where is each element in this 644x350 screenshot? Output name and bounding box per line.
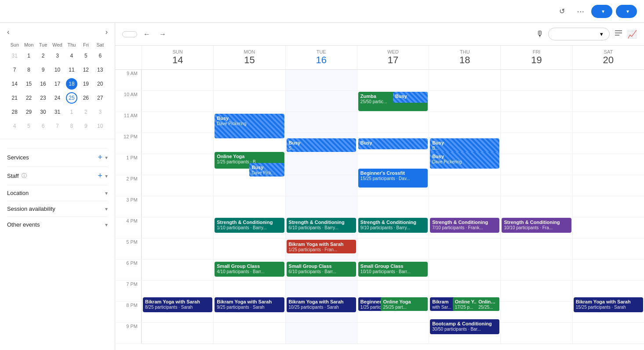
calendar-event[interactable]: Small Group Class4/10 participants · Bar… bbox=[215, 262, 284, 277]
mini-cal-day[interactable]: 3 bbox=[94, 105, 107, 119]
mini-cal-day[interactable]: 18 bbox=[65, 77, 78, 90]
calendar-event[interactable]: Busy bbox=[393, 92, 428, 103]
day-hour-slot bbox=[142, 238, 213, 260]
mini-cal-day[interactable]: 5 bbox=[22, 119, 35, 133]
calendar-event[interactable]: Online Yoga25/25... bbox=[476, 297, 499, 311]
mini-cal-day[interactable]: 4 bbox=[8, 119, 21, 133]
mini-cal-day[interactable]: 30 bbox=[36, 105, 50, 119]
mini-cal-day[interactable]: 25 bbox=[65, 91, 78, 105]
mini-cal-day[interactable]: 10 bbox=[51, 63, 64, 76]
toolbar-left: ← → bbox=[122, 29, 172, 40]
calendar-event[interactable]: BusyDave Pick... bbox=[249, 163, 284, 177]
next-week-button[interactable]: → bbox=[156, 29, 169, 40]
calendar-event[interactable]: Bootcamp & Conditioning30/50 participant… bbox=[430, 319, 499, 334]
filter-session-availability[interactable]: Session availability ▾ bbox=[7, 201, 108, 216]
mini-cal-day[interactable]: 3 bbox=[51, 49, 64, 62]
chart-icon[interactable]: 📈 bbox=[627, 29, 637, 39]
mini-cal-day[interactable]: 1 bbox=[22, 49, 35, 62]
calendar-event[interactable]: Strength & Conditioning10/10 participant… bbox=[502, 218, 571, 233]
filter-services[interactable]: Services + ▾ bbox=[7, 148, 108, 166]
calendar-header-sun-14: Sun14 bbox=[142, 46, 213, 69]
calendar-event[interactable]: Bikram Yoga with Sarah9/25 participants … bbox=[215, 297, 284, 312]
filter-staff-plus-icon[interactable]: + bbox=[98, 171, 102, 180]
mini-cal-day[interactable]: 11 bbox=[65, 63, 78, 76]
calendar-event[interactable]: Small Group Class6/10 participants · Bar… bbox=[287, 262, 356, 277]
mini-cal-day[interactable]: 13 bbox=[94, 63, 107, 76]
calendar-event[interactable]: BusyDave Pickering bbox=[215, 114, 284, 138]
mini-cal-day[interactable]: 16 bbox=[36, 77, 50, 90]
calendar-event[interactable]: Bikram Yoga with Sarah1/25 participants … bbox=[287, 240, 356, 253]
calendar-event[interactable]: Strength & Conditioning7/10 participants… bbox=[430, 218, 499, 233]
mini-cal-day[interactable]: 10 bbox=[94, 119, 107, 133]
mini-cal-day[interactable]: 2 bbox=[36, 49, 50, 62]
mini-cal-day[interactable]: 5 bbox=[79, 49, 92, 62]
day-hour-slot bbox=[142, 175, 213, 196]
mini-cal-day[interactable]: 23 bbox=[36, 91, 50, 105]
calendar-event[interactable]: Strength & Conditioning9/10 participants… bbox=[358, 218, 428, 233]
microphone-icon[interactable]: 🎙 bbox=[536, 29, 544, 39]
mini-cal-day[interactable]: 28 bbox=[8, 105, 21, 119]
prev-week-button[interactable]: ← bbox=[141, 29, 153, 40]
view-select[interactable]: ▾ bbox=[548, 28, 610, 40]
day-column-tue: BusyS...Strength & Conditioning6/10 part… bbox=[285, 70, 357, 344]
manage-button[interactable]: ▾ bbox=[591, 5, 612, 18]
prev-month-button[interactable]: ‹ bbox=[7, 28, 9, 36]
calendar-toolbar: ← → 🎙 ▾ 📈 bbox=[115, 23, 644, 46]
calendar-event[interactable]: Bikram Yoga with Sarah10/25 participants… bbox=[287, 297, 356, 312]
mini-cal-day[interactable]: 19 bbox=[79, 77, 92, 90]
filter-other-events[interactable]: Other events ▾ bbox=[7, 216, 108, 232]
mini-cal-day[interactable]: 9 bbox=[79, 119, 92, 133]
filter-services-plus-icon[interactable]: + bbox=[98, 153, 102, 162]
mini-cal-day[interactable]: 20 bbox=[94, 77, 107, 90]
calendar-event[interactable]: Online Yoga25/25 part... bbox=[381, 297, 428, 311]
mini-cal-day[interactable]: 1 bbox=[65, 105, 78, 119]
today-button[interactable] bbox=[122, 31, 137, 37]
mini-cal-day[interactable]: 4 bbox=[65, 49, 78, 62]
next-month-button[interactable]: › bbox=[106, 28, 108, 36]
mini-cal-day[interactable]: 6 bbox=[36, 119, 50, 133]
day-hour-slot bbox=[214, 175, 285, 196]
calendar-event[interactable]: Beginner's Crossfit15/25 participants · … bbox=[358, 169, 428, 188]
event-subtitle: 10/10 participants · Fra... bbox=[504, 225, 569, 230]
mini-cal-day[interactable]: 15 bbox=[22, 77, 35, 90]
calendar-event[interactable]: Busy bbox=[358, 138, 428, 149]
mini-cal-day[interactable]: 2 bbox=[79, 105, 92, 119]
mini-cal-day[interactable]: 22 bbox=[22, 91, 35, 105]
mini-cal-day[interactable]: 14 bbox=[8, 77, 21, 90]
event-subtitle: 25/25... bbox=[478, 305, 497, 310]
refresh-button[interactable]: ↺ bbox=[554, 4, 570, 19]
filter-lines-icon[interactable] bbox=[614, 29, 623, 40]
calendar-event[interactable]: Bikram Yoga with Sarah8/25 participants … bbox=[143, 297, 212, 312]
event-title: Online Yoga bbox=[383, 299, 426, 305]
mini-cal-day[interactable]: 17 bbox=[51, 77, 64, 90]
mini-cal-day[interactable]: 31 bbox=[51, 105, 64, 119]
calendar-event[interactable]: Strength & Conditioning1/10 participants… bbox=[215, 218, 284, 233]
mini-cal-day[interactable]: 7 bbox=[51, 119, 64, 133]
event-title: Online Yoga bbox=[478, 299, 497, 305]
calendar-event[interactable]: Bikram Yoga with Sarah15/25 participants… bbox=[574, 297, 643, 312]
mini-cal-day[interactable]: 27 bbox=[94, 91, 107, 105]
mini-cal-day[interactable]: 9 bbox=[36, 63, 50, 76]
filter-staff[interactable]: Staff ⓘ + ▾ bbox=[7, 166, 108, 185]
filter-location[interactable]: Location ▾ bbox=[7, 185, 108, 201]
mini-cal-day[interactable]: 31 bbox=[8, 49, 21, 62]
calendar-event[interactable]: BusyDave Pickering bbox=[430, 152, 499, 168]
mini-cal-day[interactable]: 8 bbox=[65, 119, 78, 133]
calendar-event[interactable]: Strength & Conditioning6/10 participants… bbox=[287, 218, 356, 233]
mini-cal-day[interactable]: 21 bbox=[8, 91, 21, 105]
event-title: Busy bbox=[432, 140, 497, 146]
add-button[interactable]: ▾ bbox=[616, 5, 637, 18]
mini-cal-day[interactable]: 7 bbox=[8, 63, 21, 76]
mini-cal-day[interactable]: 8 bbox=[22, 63, 35, 76]
day-header-thu: Thu bbox=[65, 41, 78, 48]
mini-cal-day[interactable]: 26 bbox=[79, 91, 92, 105]
mini-cal-day[interactable]: 29 bbox=[22, 105, 35, 119]
calendar-event[interactable]: BusyS... bbox=[287, 138, 356, 152]
mini-cal-day[interactable]: 24 bbox=[51, 91, 64, 105]
day-hour-slot bbox=[501, 91, 572, 112]
mini-cal-day[interactable]: 6 bbox=[94, 49, 107, 62]
event-subtitle: 1/10 participants · Barry... bbox=[217, 225, 282, 230]
more-options-button[interactable]: ··· bbox=[573, 4, 588, 18]
calendar-event[interactable]: Small Group Class10/10 participants · Ba… bbox=[358, 262, 428, 277]
mini-cal-day[interactable]: 12 bbox=[79, 63, 92, 76]
